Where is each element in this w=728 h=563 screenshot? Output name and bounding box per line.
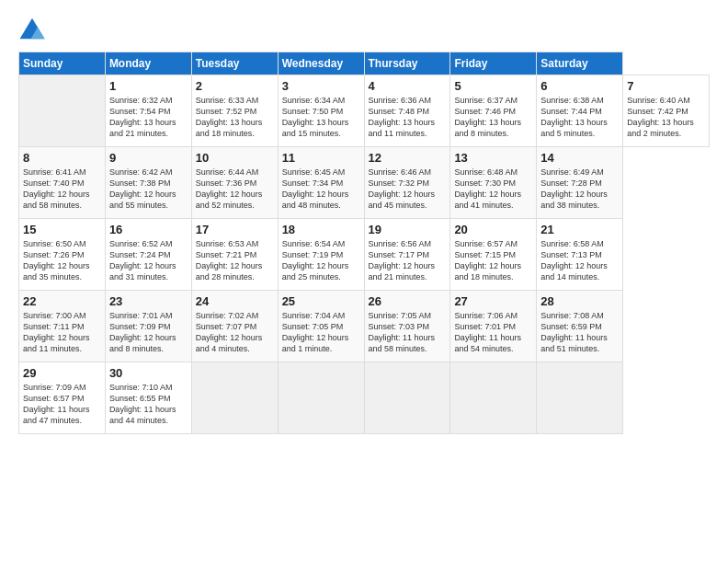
cell-info: Sunrise: 7:06 AMSunset: 7:01 PMDaylight:…: [454, 311, 521, 353]
day-number: 4: [369, 79, 447, 93]
cell-info: Sunrise: 6:54 AMSunset: 7:19 PMDaylight:…: [282, 239, 349, 282]
calendar-header-row: SundayMondayTuesdayWednesdayThursdayFrid…: [19, 52, 710, 75]
day-number: 17: [196, 223, 274, 236]
calendar-cell: 5Sunrise: 6:37 AMSunset: 7:46 PMDaylight…: [450, 75, 537, 147]
day-number: 12: [369, 151, 447, 165]
calendar-cell: 10Sunrise: 6:44 AMSunset: 7:36 PMDayligh…: [191, 147, 278, 219]
logo-icon: [18, 15, 46, 42]
calendar-cell: 9Sunrise: 6:42 AMSunset: 7:38 PMDaylight…: [105, 147, 191, 219]
day-number: 18: [282, 223, 360, 236]
cell-info: Sunrise: 6:50 AMSunset: 7:26 PMDaylight:…: [23, 239, 90, 282]
calendar-cell: [191, 362, 278, 434]
weekday-header: Friday: [450, 52, 537, 75]
calendar-cell: 6Sunrise: 6:38 AMSunset: 7:44 PMDaylight…: [537, 75, 623, 147]
calendar-cell: 2Sunrise: 6:33 AMSunset: 7:52 PMDaylight…: [191, 75, 278, 147]
cell-info: Sunrise: 7:00 AMSunset: 7:11 PMDaylight:…: [23, 311, 90, 353]
cell-info: Sunrise: 6:49 AMSunset: 7:28 PMDaylight:…: [540, 167, 608, 210]
calendar-cell: 12Sunrise: 6:46 AMSunset: 7:32 PMDayligh…: [364, 147, 450, 219]
calendar-cell: 8Sunrise: 6:41 AMSunset: 7:40 PMDaylight…: [19, 147, 106, 219]
cell-info: Sunrise: 7:10 AMSunset: 6:55 PMDaylight:…: [109, 383, 176, 425]
cell-info: Sunrise: 7:05 AMSunset: 7:03 PMDaylight:…: [369, 311, 436, 353]
day-number: 11: [282, 151, 360, 165]
calendar-cell: [278, 362, 364, 434]
calendar-cell: 29Sunrise: 7:09 AMSunset: 6:57 PMDayligh…: [19, 362, 106, 434]
weekday-header: Thursday: [364, 52, 450, 75]
day-number: 16: [109, 223, 188, 236]
day-number: 30: [109, 366, 188, 380]
day-number: 10: [196, 151, 274, 165]
day-number: 28: [540, 294, 619, 308]
cell-info: Sunrise: 7:08 AMSunset: 6:59 PMDaylight:…: [540, 311, 608, 353]
day-number: 2: [196, 79, 274, 93]
calendar-table: SundayMondayTuesdayWednesdayThursdayFrid…: [18, 52, 710, 434]
day-number: 19: [369, 223, 447, 236]
calendar-cell: 23Sunrise: 7:01 AMSunset: 7:09 PMDayligh…: [105, 291, 191, 362]
cell-info: Sunrise: 6:53 AMSunset: 7:21 PMDaylight:…: [196, 239, 263, 282]
calendar-cell: [19, 75, 106, 147]
calendar-cell: 14Sunrise: 6:49 AMSunset: 7:28 PMDayligh…: [537, 147, 623, 219]
calendar-cell: 24Sunrise: 7:02 AMSunset: 7:07 PMDayligh…: [191, 291, 278, 362]
weekday-header: Tuesday: [191, 52, 278, 75]
cell-info: Sunrise: 6:37 AMSunset: 7:46 PMDaylight:…: [454, 96, 521, 138]
calendar-cell: 1Sunrise: 6:32 AMSunset: 7:54 PMDaylight…: [105, 75, 191, 147]
cell-info: Sunrise: 6:41 AMSunset: 7:40 PMDaylight:…: [23, 167, 90, 210]
day-number: 27: [454, 294, 532, 308]
cell-info: Sunrise: 6:56 AMSunset: 7:17 PMDaylight:…: [369, 239, 436, 282]
cell-info: Sunrise: 6:33 AMSunset: 7:52 PMDaylight:…: [196, 96, 263, 138]
weekday-header: Monday: [105, 52, 191, 75]
calendar-cell: [450, 362, 537, 434]
calendar-cell: [537, 362, 623, 434]
day-number: 3: [282, 79, 360, 93]
day-number: 14: [540, 151, 619, 165]
cell-info: Sunrise: 6:44 AMSunset: 7:36 PMDaylight:…: [196, 167, 263, 210]
cell-info: Sunrise: 7:01 AMSunset: 7:09 PMDaylight:…: [109, 311, 176, 353]
calendar-cell: 4Sunrise: 6:36 AMSunset: 7:48 PMDaylight…: [364, 75, 450, 147]
calendar-body: 1Sunrise: 6:32 AMSunset: 7:54 PMDaylight…: [19, 75, 710, 434]
cell-info: Sunrise: 6:36 AMSunset: 7:48 PMDaylight:…: [369, 96, 436, 138]
calendar-week-row: 8Sunrise: 6:41 AMSunset: 7:40 PMDaylight…: [19, 147, 710, 219]
calendar-cell: 19Sunrise: 6:56 AMSunset: 7:17 PMDayligh…: [364, 219, 450, 291]
day-number: 23: [109, 294, 188, 308]
day-number: 21: [540, 223, 619, 236]
calendar-cell: 25Sunrise: 7:04 AMSunset: 7:05 PMDayligh…: [278, 291, 364, 362]
calendar-cell: 15Sunrise: 6:50 AMSunset: 7:26 PMDayligh…: [19, 219, 106, 291]
calendar-cell: 20Sunrise: 6:57 AMSunset: 7:15 PMDayligh…: [450, 219, 537, 291]
cell-info: Sunrise: 6:42 AMSunset: 7:38 PMDaylight:…: [109, 167, 176, 210]
day-number: 6: [540, 79, 619, 93]
day-number: 24: [196, 294, 274, 308]
day-number: 1: [109, 79, 188, 93]
calendar-cell: 28Sunrise: 7:08 AMSunset: 6:59 PMDayligh…: [537, 291, 623, 362]
calendar-week-row: 15Sunrise: 6:50 AMSunset: 7:26 PMDayligh…: [19, 219, 710, 291]
day-number: 26: [369, 294, 447, 308]
cell-info: Sunrise: 6:45 AMSunset: 7:34 PMDaylight:…: [282, 167, 349, 210]
cell-info: Sunrise: 6:58 AMSunset: 7:13 PMDaylight:…: [540, 239, 608, 282]
day-number: 22: [23, 294, 101, 308]
calendar-cell: 21Sunrise: 6:58 AMSunset: 7:13 PMDayligh…: [537, 219, 623, 291]
cell-info: Sunrise: 6:34 AMSunset: 7:50 PMDaylight:…: [282, 96, 349, 138]
day-number: 5: [454, 79, 532, 93]
cell-info: Sunrise: 7:02 AMSunset: 7:07 PMDaylight:…: [196, 311, 263, 353]
cell-info: Sunrise: 6:52 AMSunset: 7:24 PMDaylight:…: [109, 239, 176, 282]
day-number: 9: [109, 151, 188, 165]
cell-info: Sunrise: 6:40 AMSunset: 7:42 PMDaylight:…: [627, 96, 694, 138]
calendar-cell: 17Sunrise: 6:53 AMSunset: 7:21 PMDayligh…: [191, 219, 278, 291]
page: SundayMondayTuesdayWednesdayThursdayFrid…: [0, 0, 728, 443]
cell-info: Sunrise: 7:04 AMSunset: 7:05 PMDaylight:…: [282, 311, 349, 353]
calendar-cell: 11Sunrise: 6:45 AMSunset: 7:34 PMDayligh…: [278, 147, 364, 219]
logo: [18, 15, 48, 42]
day-number: 20: [454, 223, 532, 236]
day-number: 29: [23, 366, 101, 380]
day-number: 13: [454, 151, 532, 165]
calendar-cell: 26Sunrise: 7:05 AMSunset: 7:03 PMDayligh…: [364, 291, 450, 362]
cell-info: Sunrise: 6:32 AMSunset: 7:54 PMDaylight:…: [109, 96, 176, 138]
calendar-cell: 13Sunrise: 6:48 AMSunset: 7:30 PMDayligh…: [450, 147, 537, 219]
weekday-header: Saturday: [537, 52, 623, 75]
calendar-week-row: 29Sunrise: 7:09 AMSunset: 6:57 PMDayligh…: [19, 362, 710, 434]
cell-info: Sunrise: 6:48 AMSunset: 7:30 PMDaylight:…: [454, 167, 521, 210]
calendar-cell: 22Sunrise: 7:00 AMSunset: 7:11 PMDayligh…: [19, 291, 106, 362]
day-number: 15: [23, 223, 101, 236]
calendar-cell: 27Sunrise: 7:06 AMSunset: 7:01 PMDayligh…: [450, 291, 537, 362]
calendar-cell: [364, 362, 450, 434]
cell-info: Sunrise: 6:46 AMSunset: 7:32 PMDaylight:…: [369, 167, 436, 210]
header: [18, 15, 710, 42]
